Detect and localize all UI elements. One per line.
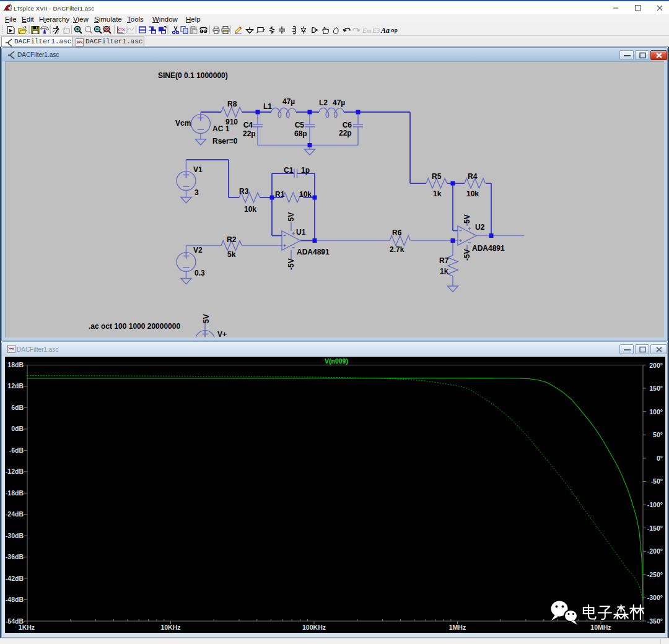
svg-text:18dB: 18dB: [7, 361, 24, 368]
svg-text:5k: 5k: [227, 250, 236, 259]
svg-text:R4: R4: [468, 172, 478, 181]
svg-text:5V: 5V: [202, 314, 211, 323]
svg-text:1KHz: 1KHz: [19, 624, 35, 631]
svg-text:-150°: -150°: [647, 524, 663, 532]
svg-text:ADA4891: ADA4891: [472, 244, 505, 253]
svg-text:-24dB: -24dB: [6, 510, 24, 518]
svg-text:-5V: -5V: [463, 249, 471, 261]
svg-text:R3: R3: [239, 187, 249, 196]
svg-text:R8: R8: [227, 100, 237, 108]
svg-text:-100°: -100°: [647, 501, 663, 508]
svg-text:1p: 1p: [301, 166, 310, 175]
svg-text:-200°: -200°: [647, 547, 663, 555]
svg-text:200°: 200°: [649, 362, 663, 369]
svg-text:-50°: -50°: [651, 477, 663, 485]
svg-text:0°: 0°: [657, 455, 663, 462]
svg-text:L1: L1: [263, 102, 272, 111]
svg-text:V(n009): V(n009): [325, 357, 348, 365]
svg-text:0dB: 0dB: [11, 425, 24, 432]
svg-text:ADA4891: ADA4891: [297, 248, 330, 256]
svg-text:6dB: 6dB: [11, 404, 24, 411]
svg-text:10k: 10k: [466, 189, 479, 198]
svg-text:5V: 5V: [287, 212, 295, 222]
svg-text:E3: E3: [372, 27, 380, 34]
svg-text:12dB: 12dB: [7, 382, 24, 389]
svg-text:-42dB: -42dB: [6, 575, 24, 582]
svg-text:10KHz: 10KHz: [160, 624, 180, 631]
svg-text:150°: 150°: [649, 385, 663, 392]
svg-text:1k: 1k: [440, 267, 448, 276]
svg-text:C1: C1: [284, 166, 294, 175]
svg-text:-6dB: -6dB: [9, 446, 24, 454]
svg-text:R2: R2: [227, 235, 237, 244]
svg-text:.ac oct 100 1000 20000000: .ac oct 100 1000 20000000: [89, 322, 180, 331]
svg-text:V1: V1: [193, 165, 203, 174]
svg-text:0.3: 0.3: [195, 269, 205, 277]
svg-text:C6: C6: [343, 121, 352, 129]
svg-text:68p: 68p: [294, 129, 307, 138]
svg-text:-48dB: -48dB: [6, 596, 24, 603]
svg-text:Rser=0: Rser=0: [212, 137, 238, 146]
svg-text:10k: 10k: [299, 190, 312, 199]
svg-text:100KHz: 100KHz: [302, 624, 326, 631]
svg-text:Aa: Aa: [380, 26, 390, 35]
svg-text:10MHz: 10MHz: [590, 624, 611, 631]
svg-text:1k: 1k: [433, 189, 442, 198]
svg-text:op: op: [391, 28, 398, 34]
svg-text:-250°: -250°: [647, 571, 663, 578]
svg-text:22p: 22p: [339, 129, 352, 137]
svg-text:22p: 22p: [243, 129, 256, 138]
svg-text:-5V: -5V: [287, 258, 295, 270]
svg-text:47µ: 47µ: [333, 98, 345, 107]
svg-text:SINE(0 0.1 1000000): SINE(0 0.1 1000000): [158, 71, 228, 80]
svg-text:5V: 5V: [463, 214, 471, 224]
svg-text:C4: C4: [243, 121, 253, 129]
svg-text:V2: V2: [193, 246, 203, 255]
svg-text:L2: L2: [319, 98, 328, 107]
svg-text:Em: Em: [362, 27, 372, 34]
svg-text:V+: V+: [217, 330, 227, 337]
svg-text:-36dB: -36dB: [6, 553, 24, 560]
svg-text:-30dB: -30dB: [6, 532, 24, 539]
svg-text:C5: C5: [295, 121, 305, 129]
svg-text:-350°: -350°: [647, 617, 663, 625]
svg-text:-300°: -300°: [647, 594, 663, 601]
svg-text:-18dB: -18dB: [6, 489, 24, 497]
svg-text:50°: 50°: [653, 431, 663, 438]
svg-text:3: 3: [195, 188, 199, 197]
svg-text:R7: R7: [439, 256, 449, 265]
svg-text:R6: R6: [392, 228, 402, 237]
svg-text:910: 910: [225, 118, 238, 126]
svg-text:2.7k: 2.7k: [390, 245, 404, 254]
svg-text:10k: 10k: [244, 205, 256, 214]
svg-text:47µ: 47µ: [282, 97, 295, 106]
svg-text:U2: U2: [475, 223, 485, 232]
svg-text:100°: 100°: [649, 408, 663, 416]
svg-text:Vcm: Vcm: [175, 119, 191, 128]
svg-text:R1: R1: [275, 190, 285, 199]
svg-text:1MHz: 1MHz: [449, 624, 466, 631]
svg-text:-12dB: -12dB: [6, 468, 24, 475]
svg-text:R5: R5: [432, 172, 442, 181]
svg-text:U1: U1: [296, 228, 306, 237]
